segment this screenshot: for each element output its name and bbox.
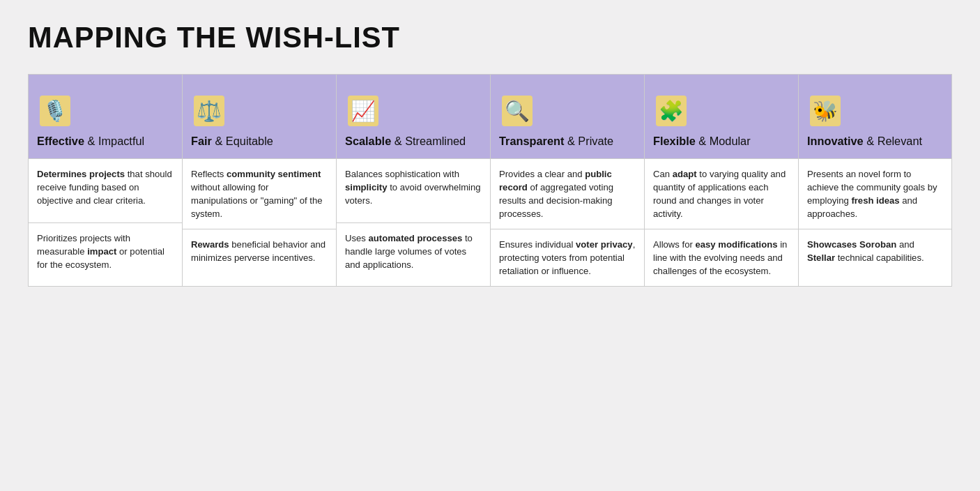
body-cell-1-effective: Determines projects that should receive …	[29, 158, 182, 222]
header-cell-innovative: 🐝Innovative & Relevant	[799, 75, 951, 158]
page-title: MAPPING THE WISH-LIST	[28, 21, 952, 54]
header-title-transparent: Transparent & Private	[499, 133, 636, 149]
body-cell-2-transparent: Ensures individual voter privacy, protec…	[491, 229, 644, 286]
icon-scalable: 📈	[345, 93, 381, 129]
body-cell-1-fair: Reflects community sentiment without all…	[183, 158, 336, 229]
header-title-effective: Effective & Impactful	[37, 133, 174, 149]
column-effective: 🎙️Effective & ImpactfulDetermines projec…	[28, 74, 182, 287]
body-cell-1-scalable: Balances sophistication with simplicity …	[337, 158, 490, 222]
body-cell-2-flexible: Allows for easy modifications in line wi…	[645, 229, 798, 286]
header-title-flexible: Flexible & Modular	[653, 133, 790, 149]
body-cell-2-scalable: Uses automated processes to handle large…	[337, 222, 490, 287]
icon-effective: 🎙️	[37, 93, 73, 129]
header-title-innovative: Innovative & Relevant	[807, 133, 943, 149]
body-cell-1-transparent: Provides a clear and public record of ag…	[491, 158, 644, 229]
header-cell-transparent: 🔍Transparent & Private	[491, 75, 644, 158]
header-title-fair: Fair & Equitable	[191, 133, 328, 149]
header-cell-flexible: 🧩Flexible & Modular	[645, 75, 798, 158]
column-innovative: 🐝Innovative & RelevantPresents an novel …	[798, 74, 952, 287]
body-cell-2-innovative: Showcases Soroban and Stellar technical …	[799, 229, 951, 286]
header-cell-scalable: 📈Scalable & Streamlined	[337, 75, 490, 158]
body-cell-2-fair: Rewards beneficial behavior and minimize…	[183, 229, 336, 286]
column-flexible: 🧩Flexible & ModularCan adapt to varying …	[644, 74, 798, 287]
icon-innovative: 🐝	[807, 93, 843, 129]
header-cell-effective: 🎙️Effective & Impactful	[29, 75, 182, 158]
icon-transparent: 🔍	[499, 93, 535, 129]
body-cell-2-effective: Prioritizes projects with measurable imp…	[29, 222, 182, 287]
body-cell-1-flexible: Can adapt to varying quality and quantit…	[645, 158, 798, 229]
column-scalable: 📈Scalable & StreamlinedBalances sophisti…	[336, 74, 490, 287]
column-transparent: 🔍Transparent & PrivateProvides a clear a…	[490, 74, 644, 287]
column-fair: ⚖️Fair & EquitableReflects community sen…	[182, 74, 336, 287]
icon-flexible: 🧩	[653, 93, 689, 129]
icon-fair: ⚖️	[191, 93, 227, 129]
body-cell-1-innovative: Presents an novel form to achieve the co…	[799, 158, 951, 229]
header-title-scalable: Scalable & Streamlined	[345, 133, 482, 149]
main-grid: 🎙️Effective & ImpactfulDetermines projec…	[28, 74, 952, 287]
header-cell-fair: ⚖️Fair & Equitable	[183, 75, 336, 158]
